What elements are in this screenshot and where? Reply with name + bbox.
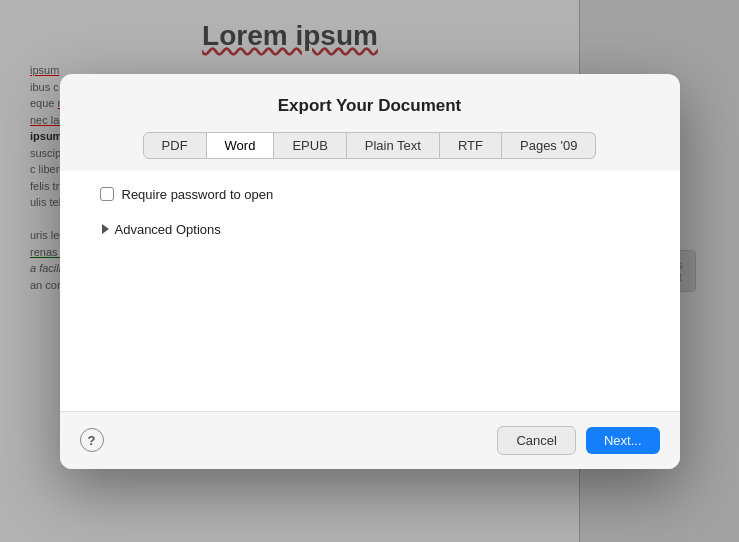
cancel-button[interactable]: Cancel <box>497 426 575 455</box>
tab-word[interactable]: Word <box>207 132 275 159</box>
advanced-options-label: Advanced Options <box>115 222 221 237</box>
tab-epub[interactable]: EPUB <box>274 132 346 159</box>
tab-pages-09[interactable]: Pages '09 <box>502 132 596 159</box>
password-checkbox-label: Require password to open <box>122 187 274 202</box>
modal-body: Require password to open Advanced Option… <box>60 171 680 411</box>
tab-pdf[interactable]: PDF <box>143 132 207 159</box>
modal-title: Export Your Document <box>278 96 462 115</box>
help-button[interactable]: ? <box>80 428 104 452</box>
chevron-right-icon <box>102 224 109 234</box>
advanced-options-row[interactable]: Advanced Options <box>100 222 640 237</box>
tab-rtf[interactable]: RTF <box>440 132 502 159</box>
next-button[interactable]: Next... <box>586 427 660 454</box>
modal-footer: ? Cancel Next... <box>60 411 680 469</box>
export-dialog: Export Your Document PDF Word EPUB Plain… <box>60 74 680 469</box>
password-checkbox-row[interactable]: Require password to open <box>100 187 640 202</box>
footer-buttons: Cancel Next... <box>497 426 659 455</box>
modal-title-bar: Export Your Document <box>60 74 680 126</box>
password-checkbox[interactable] <box>100 187 114 201</box>
tabs-bar: PDF Word EPUB Plain Text RTF Pages '09 <box>60 126 680 171</box>
modal-overlay: Export Your Document PDF Word EPUB Plain… <box>0 0 739 542</box>
tab-plain-text[interactable]: Plain Text <box>347 132 440 159</box>
